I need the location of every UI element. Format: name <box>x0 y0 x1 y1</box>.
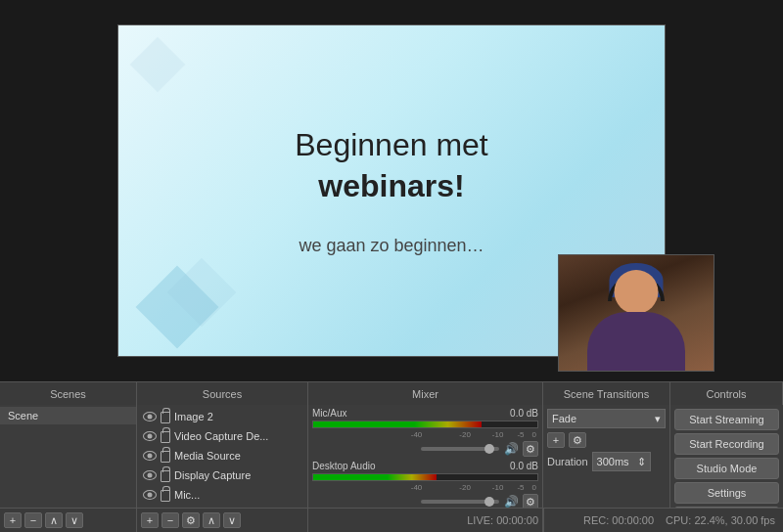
meter-fill-desktop <box>313 474 437 480</box>
visibility-icon[interactable] <box>143 412 157 421</box>
meter-bar-mic <box>312 421 538 428</box>
source-label: Media Source <box>174 450 241 462</box>
source-item-display[interactable]: Display Capture <box>137 466 307 485</box>
start-recording-button[interactable]: Start Recording <box>674 433 779 455</box>
meter-bar-desktop <box>312 473 538 481</box>
webcam-image <box>559 255 714 371</box>
lock-icon[interactable] <box>161 490 170 502</box>
mixer-toolbar: LIVE: 00:00:00 <box>308 509 543 532</box>
source-label: Display Capture <box>174 469 251 481</box>
mixer-channel-mic: Mic/Aux 0.0 dB -40 -20 -10 -5 0 <box>312 408 538 457</box>
webcam-overlay <box>558 254 714 372</box>
person-body <box>587 312 685 371</box>
mixer-channel-desktop: Desktop Audio 0.0 dB -40 -20 -10 -5 0 <box>312 461 538 510</box>
meter-labels-mic: -40 -20 -10 -5 0 <box>312 430 538 439</box>
sources-header: Sources <box>137 382 308 405</box>
transition-type-select[interactable]: Fade ▾ <box>547 409 666 428</box>
slide-title: Beginnen met webinars! <box>295 125 487 206</box>
visibility-icon[interactable] <box>143 451 157 461</box>
volume-thumb-desktop <box>484 497 494 507</box>
controls-panel: Start Streaming Start Recording Studio M… <box>670 405 783 508</box>
source-item-video-capture[interactable]: Video Capture De... <box>137 426 307 446</box>
studio-mode-button[interactable]: Studio Mode <box>674 458 779 479</box>
transition-settings-button[interactable]: ⚙ <box>569 432 586 448</box>
source-item-media[interactable]: Media Source <box>137 446 307 466</box>
mixer-panel: Mic/Aux 0.0 dB -40 -20 -10 -5 0 <box>308 405 543 508</box>
source-label: Video Capture De... <box>174 430 268 442</box>
sources-toolbar: + − ⚙ ∧ ∨ <box>137 509 308 532</box>
remove-scene-button[interactable]: − <box>24 512 42 528</box>
duration-stepper-icon: ⇕ <box>637 456 646 468</box>
remove-source-button[interactable]: − <box>161 512 179 528</box>
lock-icon[interactable] <box>161 412 170 423</box>
channel-name-desktop: Desktop Audio <box>312 461 376 471</box>
source-settings-button[interactable]: ⚙ <box>182 512 200 528</box>
sources-panel: Image 2 Video Capture De... Media Source… <box>137 405 308 508</box>
lock-icon[interactable] <box>161 470 170 482</box>
lock-icon[interactable] <box>161 451 170 463</box>
add-scene-button[interactable]: + <box>4 512 22 528</box>
volume-thumb-mic <box>484 444 494 454</box>
slide-subtitle: we gaan zo beginnen… <box>299 236 484 256</box>
section-headers: Scenes Sources Mixer Scene Transitions C… <box>0 381 783 405</box>
duration-input[interactable]: 300ms ⇕ <box>592 452 651 471</box>
meter-fill-mic <box>313 421 482 427</box>
source-down-button[interactable]: ∨ <box>223 512 241 528</box>
meter-labels-desktop: -40 -20 -10 -5 0 <box>312 483 538 492</box>
add-transition-button[interactable]: + <box>547 432 565 448</box>
visibility-icon[interactable] <box>143 431 157 441</box>
source-label: Mic... <box>174 489 200 501</box>
mixer-controls-mic: 🔊 ⚙ <box>312 441 538 457</box>
volume-slider-desktop[interactable] <box>421 500 499 504</box>
person-head <box>615 270 659 314</box>
scene-down-button[interactable]: ∨ <box>66 512 83 528</box>
scenes-panel: Scene <box>0 405 137 508</box>
duration-row: Duration 300ms ⇕ <box>547 452 666 471</box>
rec-status: REC: 00:00:00 <box>583 514 654 526</box>
channel-db-mic: 0.0 dB <box>510 408 538 419</box>
settings-button-mic[interactable]: ⚙ <box>523 441 538 457</box>
bottom-toolbars: + − ∧ ∨ + − ⚙ ∧ ∨ LIVE: 00:00:00 REC: 00… <box>0 508 783 532</box>
slide-title-line1: Beginnen met <box>295 127 487 162</box>
scene-item[interactable]: Scene <box>0 407 136 424</box>
start-streaming-button[interactable]: Start Streaming <box>674 409 779 430</box>
transition-type-label: Fade <box>552 413 576 424</box>
settings-button[interactable]: Settings <box>674 482 779 504</box>
scenes-header: Scenes <box>0 382 137 405</box>
chevron-down-icon: ▾ <box>655 413 661 425</box>
source-up-button[interactable]: ∧ <box>203 512 220 528</box>
lock-icon[interactable] <box>161 431 170 443</box>
bottom-panel: Scenes Sources Mixer Scene Transitions C… <box>0 381 783 532</box>
channel-db-desktop: 0.0 dB <box>510 461 538 471</box>
transition-add-row: + ⚙ <box>547 432 666 448</box>
duration-label: Duration <box>547 456 588 467</box>
transitions-panel: Fade ▾ + ⚙ Duration 300ms ⇕ <box>543 405 670 508</box>
mixer-header: Mixer <box>308 382 543 405</box>
duration-value: 300ms <box>597 456 629 467</box>
controls-header: Controls <box>670 382 783 405</box>
main-content: Scene Image 2 Video Capture De... Media … <box>0 405 783 508</box>
source-label: Image 2 <box>174 411 213 422</box>
cpu-status: CPU: 22.4%, 30.00 fps <box>666 514 775 526</box>
mute-button-mic[interactable]: 🔊 <box>503 441 519 457</box>
add-source-button[interactable]: + <box>141 512 159 528</box>
visibility-icon[interactable] <box>143 470 157 480</box>
source-item-mic[interactable]: Mic... <box>137 485 307 505</box>
slide-title-line2: webinars! <box>318 168 464 203</box>
scenes-toolbar: + − ∧ ∨ <box>0 509 137 532</box>
visibility-icon[interactable] <box>143 490 157 500</box>
live-status: LIVE: 00:00:00 <box>467 514 538 526</box>
transitions-header: Scene Transitions <box>543 382 670 405</box>
volume-slider-mic[interactable] <box>421 447 499 451</box>
channel-name-mic: Mic/Aux <box>312 408 347 419</box>
source-item-image2[interactable]: Image 2 <box>137 407 307 426</box>
preview-area: Beginnen met webinars! we gaan zo beginn… <box>0 0 783 381</box>
scene-up-button[interactable]: ∧ <box>45 512 63 528</box>
status-area: REC: 00:00:00 CPU: 22.4%, 30.00 fps <box>543 509 783 532</box>
